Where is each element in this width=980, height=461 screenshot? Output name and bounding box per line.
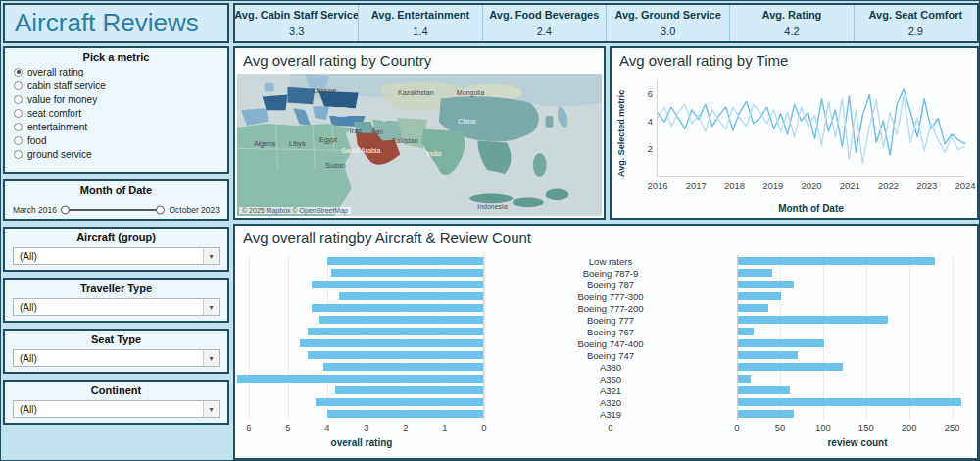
kpi-label: Avg. Cabin Staff Service: [235, 9, 358, 21]
aircraft-label: Boeing 747: [484, 349, 737, 361]
world-map[interactable]: UkraineKazakhstanMongoliaChinaIraqIranPa…: [237, 74, 602, 216]
time-line-chart: [658, 79, 965, 176]
rating-bar-cell: [239, 314, 484, 326]
metric-option-ground-service[interactable]: ground service: [5, 147, 227, 161]
metric-option-value-for-money[interactable]: value for money: [5, 92, 227, 106]
map-attribution: © 2025 Mapbox © OpenStreetMap: [239, 207, 351, 214]
count-bar-a321[interactable]: [738, 386, 790, 394]
rating-bar-boeing-747-400[interactable]: [300, 339, 483, 347]
aircraft-label: A380: [484, 361, 737, 373]
aircraft-label: A320: [484, 396, 737, 408]
count-bar-low-raters[interactable]: [738, 257, 935, 265]
count-axis-tick: 100: [815, 422, 831, 433]
metric-option-cabin-staff-service[interactable]: cabin staff service: [5, 78, 227, 92]
slider-end-label: October 2023: [169, 205, 220, 215]
map-country-label-sudan: Sudan: [325, 161, 345, 168]
y-axis-tick: 4: [648, 116, 653, 127]
rating-bar-boeing-787[interactable]: [312, 281, 483, 288]
count-axis-tick: 0: [734, 422, 739, 433]
aircraft-label: Boeing 767: [484, 326, 737, 337]
dropdown-value: (All): [20, 404, 37, 415]
line-series-1[interactable]: [658, 89, 965, 155]
count-bar-a319[interactable]: [738, 410, 794, 418]
slider-handle-start[interactable]: [61, 206, 70, 215]
count-axis-tick: 200: [902, 422, 917, 433]
filter-title: Aircraft (group): [5, 229, 227, 243]
filter-dropdown-traveller-type[interactable]: (All)▼: [13, 298, 220, 316]
rating-bar-boeing-787-9[interactable]: [331, 269, 483, 277]
rating-bar-a321[interactable]: [335, 386, 483, 394]
count-bar-cell: [737, 314, 978, 326]
count-bar-boeing-767[interactable]: [738, 328, 754, 335]
rating-bar-boeing-777-200[interactable]: [312, 304, 483, 312]
radio-icon: [14, 81, 23, 90]
metric-option-overall-rating[interactable]: overall rating: [5, 65, 227, 78]
month-filter-title: Month of Date: [5, 181, 227, 196]
count-bar-boeing-787-9[interactable]: [738, 269, 772, 277]
rating-bar-a319[interactable]: [327, 410, 483, 418]
metric-option-label: seat comfort: [27, 108, 81, 119]
kpi-label: Avg. Rating: [762, 9, 822, 21]
radio-icon: [14, 68, 23, 77]
filter-dropdown-seat-type[interactable]: (All)▼: [13, 349, 220, 367]
x-axis-tick: 2018: [724, 180, 745, 191]
rating-bar-cell: [239, 302, 484, 314]
rating-bar-cell: [239, 349, 484, 361]
count-bar-cell: [737, 384, 978, 396]
count-bar-boeing-747-400[interactable]: [738, 339, 824, 347]
dashboard-title-box: Aircraft Reviews: [3, 3, 229, 43]
count-bar-boeing-777[interactable]: [738, 316, 888, 324]
metric-option-entertainment[interactable]: entertainment: [5, 120, 227, 133]
count-bar-cell: [737, 408, 978, 420]
x-axis-title: Month of Date: [657, 203, 965, 214]
rating-bar-boeing-777[interactable]: [319, 316, 483, 324]
filter-dropdown-continent[interactable]: (All)▼: [13, 400, 220, 418]
count-bar-a320[interactable]: [738, 398, 961, 406]
metric-option-label: cabin staff service: [27, 80, 106, 91]
count-bar-a380[interactable]: [738, 363, 843, 371]
x-axis-tick: 2020: [801, 180, 821, 191]
rating-bar-boeing-767[interactable]: [308, 328, 483, 335]
metric-option-food[interactable]: food: [5, 133, 227, 147]
kpi-value: 1.4: [413, 26, 427, 37]
kpi-label: Avg. Seat Comfort: [869, 9, 963, 21]
sidebar: Pick a metric overall ratingcabin staff …: [3, 46, 229, 460]
rating-bar-a350[interactable]: [237, 375, 483, 383]
kpi-value: 3.3: [289, 26, 304, 37]
metric-options-list: overall ratingcabin staff servicevalue f…: [5, 63, 227, 161]
count-bar-boeing-787[interactable]: [738, 281, 794, 288]
map-country-label-saudi-arabia: Saudi Arabia: [342, 147, 381, 154]
metric-option-label: entertainment: [27, 122, 87, 132]
rating-bar-a380[interactable]: [323, 363, 483, 371]
count-axis-tick: 250: [945, 422, 960, 433]
rating-bar-cell: [239, 255, 484, 267]
map-country-label-china: China: [458, 117, 475, 124]
kpi-value: 2.4: [537, 26, 552, 37]
slider-handle-end[interactable]: [156, 206, 165, 215]
kpi-card-avg-food-beverages: Avg. Food Beverages2.4: [482, 5, 606, 41]
count-bar-boeing-777-200[interactable]: [738, 304, 768, 312]
rating-bar-boeing-747[interactable]: [308, 351, 483, 359]
aircraft-bar-rows: Low ratersBoeing 787-9Boeing 787Boeing 7…: [239, 255, 978, 420]
filter-dropdowns: Aircraft (group)(All)▼Traveller Type(All…: [3, 227, 229, 425]
rating-bar-cell: [239, 326, 484, 337]
filter-dropdown-aircraft-group[interactable]: (All)▼: [13, 247, 220, 265]
aircraft-chart-title: Avg overall ratingby Aircraft & Review C…: [235, 226, 977, 246]
month-range-slider[interactable]: [63, 209, 164, 211]
chevron-down-icon: ▼: [203, 350, 219, 366]
rating-bar-a320[interactable]: [316, 398, 483, 406]
metric-option-seat-comfort[interactable]: seat comfort: [5, 106, 227, 120]
x-axis-tick: 2016: [647, 180, 667, 191]
kpi-label: Avg. Food Beverages: [489, 9, 599, 21]
rating-bar-boeing-777-300[interactable]: [339, 292, 483, 300]
count-bar-boeing-777-300[interactable]: [738, 292, 781, 300]
rating-bar-low-raters[interactable]: [327, 257, 483, 265]
chevron-down-icon: ▼: [203, 299, 219, 315]
count-bar-a350[interactable]: [738, 375, 751, 383]
time-plot-area[interactable]: 246201620172018201920202021202220232024: [657, 79, 965, 177]
rating-bar-cell: [239, 384, 484, 396]
rating-bar-cell: [239, 290, 484, 302]
count-bar-cell: [737, 267, 978, 279]
chevron-down-icon: ▼: [203, 248, 219, 264]
count-bar-boeing-747[interactable]: [738, 351, 798, 359]
